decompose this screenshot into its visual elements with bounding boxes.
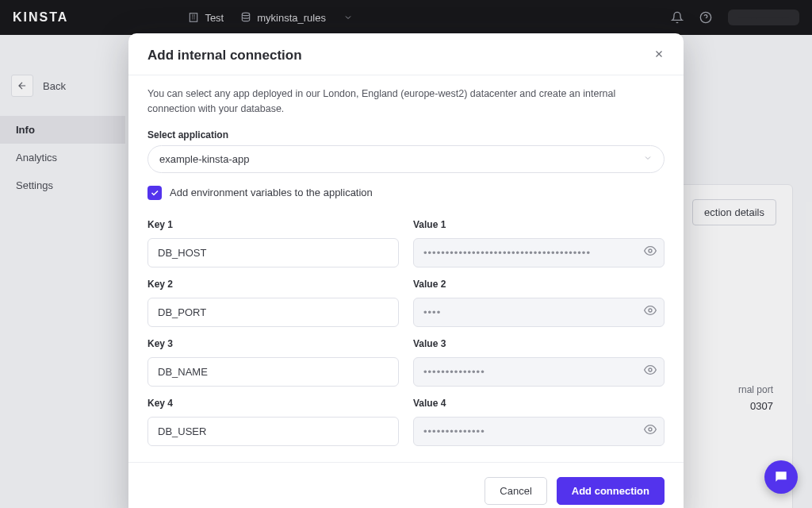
key-2-label: Key 2	[147, 279, 399, 290]
value-3-input[interactable]	[413, 357, 665, 387]
cancel-button[interactable]: Cancel	[485, 477, 546, 505]
key-4-input[interactable]	[147, 417, 399, 446]
svg-point-3	[649, 249, 652, 252]
select-application-value: example-kinsta-app	[159, 153, 249, 165]
select-application[interactable]: example-kinsta-app	[147, 145, 665, 173]
value-4-label: Value 4	[413, 398, 665, 409]
chevron-down-icon	[643, 153, 653, 164]
close-icon[interactable]	[653, 48, 665, 63]
add-env-vars-checkbox[interactable]	[147, 186, 162, 200]
value-2-input[interactable]	[413, 298, 665, 327]
eye-icon[interactable]	[644, 244, 657, 260]
select-application-label: Select application	[147, 129, 665, 140]
add-env-vars-label: Add environment variables to the applica…	[170, 187, 373, 198]
key-3-label: Key 3	[147, 338, 399, 349]
eye-icon[interactable]	[644, 423, 657, 439]
key-1-input[interactable]	[147, 238, 399, 267]
svg-point-5	[649, 368, 652, 371]
svg-point-6	[649, 428, 652, 431]
value-1-label: Value 1	[413, 219, 665, 230]
modal-overlay: Add internal connection You can select a…	[0, 0, 812, 508]
value-3-label: Value 3	[413, 338, 665, 349]
add-connection-button[interactable]: Add connection	[557, 477, 665, 505]
key-1-label: Key 1	[147, 219, 399, 230]
chat-fab[interactable]	[764, 460, 798, 494]
key-4-label: Key 4	[147, 398, 399, 409]
modal-title: Add internal connection	[147, 48, 302, 64]
modal-helper-text: You can select any app deployed in our L…	[147, 87, 665, 117]
value-1-input[interactable]	[413, 238, 665, 267]
key-2-input[interactable]	[147, 298, 399, 327]
eye-icon[interactable]	[644, 364, 657, 379]
svg-point-4	[649, 309, 652, 312]
value-2-label: Value 2	[413, 279, 665, 290]
value-4-input[interactable]	[413, 417, 665, 446]
modal: Add internal connection You can select a…	[128, 33, 684, 508]
eye-icon[interactable]	[644, 304, 657, 320]
key-3-input[interactable]	[147, 357, 399, 387]
